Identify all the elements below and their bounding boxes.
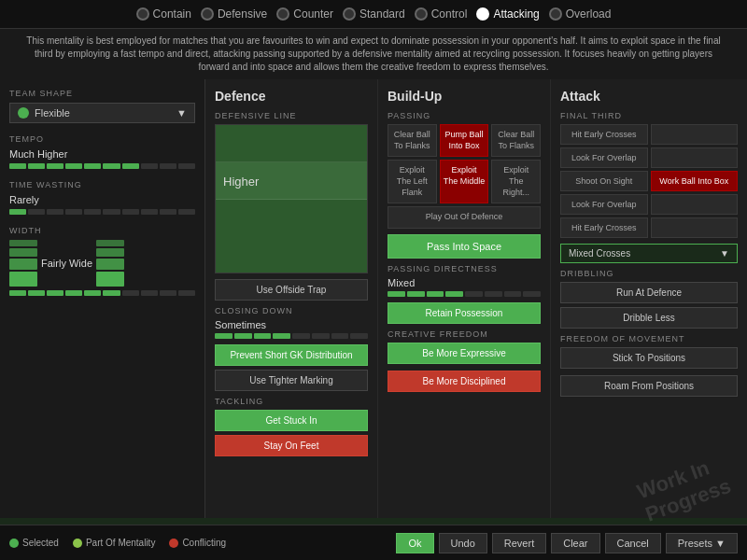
pass-cell-6[interactable]: Play Out Of Defence (388, 206, 541, 229)
dropdown-arrow-icon: ▼ (720, 248, 729, 259)
mentality-option-standard[interactable]: Standard (343, 7, 405, 21)
revert-button[interactable]: Revert (492, 533, 546, 553)
presets-arrow-icon: ▼ (715, 538, 726, 549)
closing-down-value: Sometimes (215, 319, 368, 330)
attack-title: Attack (560, 89, 738, 104)
mixed-crosses-dropdown[interactable]: Mixed Crosses ▼ (560, 244, 738, 263)
buildup-title: Build-Up (388, 89, 541, 104)
attack-cell-work-ball[interactable]: Work Ball Into Box (651, 171, 739, 191)
attack-cell-empty1[interactable] (651, 124, 739, 145)
more-expressive-btn[interactable]: Be More Expressive (388, 343, 541, 364)
retain-possession-btn[interactable]: Retain Possession (388, 302, 541, 324)
tempo-label: TEMPO (9, 134, 195, 144)
freedom-movement-btns: Stick To Positions Roam From Positions (560, 347, 738, 400)
ok-button[interactable]: Ok (396, 533, 433, 553)
mentality-radio-control (415, 7, 428, 21)
left-panel: TEAM SHAPE Flexible ▼ TEMPO Much Higher (0, 79, 205, 518)
attack-panel: Attack FINAL THIRD Hit Early Crosses Loo… (551, 79, 747, 518)
prevent-gk-btn[interactable]: Prevent Short GK Distribution (215, 344, 368, 366)
attack-cell-empty3[interactable] (651, 194, 739, 215)
description-text: This mentality is best employed for matc… (0, 29, 747, 79)
mentality-option-counter[interactable]: Counter (276, 7, 333, 21)
mentality-radio-attacking (476, 7, 489, 21)
creative-freedom-label: CREATIVE FREEDOM (388, 329, 541, 339)
time-wasting-slider: Rarely (9, 194, 195, 215)
chevron-down-icon: ▼ (176, 107, 187, 119)
team-shape-select[interactable]: Flexible ▼ (9, 103, 195, 123)
attack-cell-hit-early[interactable]: Hit Early Crosses (560, 124, 648, 145)
pass-cell-5[interactable]: Exploit The Right... (491, 160, 541, 203)
mentality-radio-standard (343, 7, 356, 21)
attack-grid: Hit Early Crosses Look For Overlap Shoot… (560, 124, 738, 238)
buildup-panel: Build-Up PASSING Clear Ball To Flanks Pu… (378, 79, 551, 518)
dribble-less-btn[interactable]: Dribble Less (560, 307, 738, 329)
width-label: WIDTH (9, 226, 195, 235)
presets-button[interactable]: Presets ▼ (666, 533, 738, 553)
defensive-line-label: DEFENSIVE LINE (215, 111, 368, 120)
conflicting-dot (169, 539, 178, 548)
mentality-option-contain[interactable]: Contain (136, 7, 191, 21)
get-stuck-in-btn[interactable]: Get Stuck In (215, 410, 368, 431)
legend-part-of-mentality: Part Of Mentality (73, 538, 155, 548)
mentality-option-defensive[interactable]: Defensive (201, 7, 267, 21)
defence-panel: Defence DEFENSIVE LINE Higher Use Offsid… (205, 79, 378, 518)
legend-selected: Selected (9, 538, 59, 548)
stick-positions-btn[interactable]: Stick To Positions (560, 347, 738, 369)
directness-value: Mixed (388, 277, 541, 288)
attack-cell-shoot[interactable]: Shoot On Sight (560, 171, 648, 191)
mentality-option-overload[interactable]: Overload (549, 7, 612, 21)
pass-cell-3[interactable]: Exploit The Left Flank (388, 160, 437, 203)
bottom-buttons: Ok Undo Revert Clear Cancel Presets ▼ (396, 533, 738, 553)
passing-grid: Clear Ball To Flanks Pump Ball Into Box … (388, 124, 541, 229)
pass-cell-1[interactable]: Pump Ball Into Box (440, 124, 489, 157)
pass-cell-2[interactable]: Clear Ball To Flanks (491, 124, 541, 157)
mentality-radio-overload (549, 7, 562, 21)
team-shape-label: TEAM SHAPE (9, 89, 195, 98)
final-third-label: FINAL THIRD (560, 111, 738, 120)
attack-cell-overlap1[interactable]: Look For Overlap (560, 147, 648, 168)
mentality-radio-contain (136, 7, 149, 21)
pass-cell-4[interactable]: Exploit The Middle (440, 160, 489, 203)
tackling-label: TACKLING (215, 397, 368, 406)
mentality-option-attacking[interactable]: Attacking (476, 7, 539, 21)
undo-button[interactable]: Undo (439, 533, 487, 553)
mentality-radio-counter (276, 7, 289, 21)
defence-title: Defence (215, 89, 368, 104)
part-of-mentality-dot (73, 539, 82, 548)
selected-dot (9, 539, 19, 548)
attack-cell-overlap2[interactable]: Look For Overlap (560, 194, 648, 215)
mentality-option-control[interactable]: Control (415, 7, 468, 21)
mentality-bar: ContainDefensiveCounterStandardControlAt… (0, 0, 747, 29)
width-slider: Fairly Wide (9, 240, 195, 296)
tighter-marking-btn[interactable]: Use Tighter Marking (215, 370, 368, 391)
attack-cell-empty2[interactable] (651, 147, 739, 168)
main-content: TEAM SHAPE Flexible ▼ TEMPO Much Higher (0, 79, 747, 518)
stay-on-feet-btn[interactable]: Stay On Feet (215, 435, 368, 456)
run-at-defence-btn[interactable]: Run At Defence (560, 282, 738, 303)
roam-positions-btn[interactable]: Roam From Positions (560, 375, 738, 397)
more-disciplined-btn[interactable]: Be More Disciplined (388, 371, 541, 392)
mentality-radio-defensive (201, 7, 214, 21)
freedom-label: FREEDOM OF MOVEMENT (560, 334, 738, 343)
bottom-bar: Selected Part Of Mentality Conflicting O… (0, 525, 747, 560)
defensive-line-visual: Higher (215, 124, 368, 273)
time-wasting-label: TIME WASTING (9, 180, 195, 189)
offside-trap-btn[interactable]: Use Offside Trap (215, 279, 368, 301)
passing-label: PASSING (388, 111, 541, 120)
tempo-slider: Much Higher (9, 148, 195, 169)
clear-button[interactable]: Clear (551, 533, 599, 553)
attack-cell-hit-early2[interactable]: Hit Early Crosses (560, 217, 648, 238)
legend-conflicting: Conflicting (169, 538, 226, 548)
cancel-button[interactable]: Cancel (605, 533, 661, 553)
directness-label: PASSING DIRECTNESS (388, 264, 541, 273)
creative-freedom-btns: Be More Expressive Be More Disciplined (388, 343, 541, 396)
pass-space-btn[interactable]: Pass Into Space (388, 234, 541, 259)
pass-cell-0[interactable]: Clear Ball To Flanks (388, 124, 437, 157)
closing-down-label: CLOSING DOWN (215, 306, 368, 315)
attack-cell-empty4[interactable] (651, 217, 739, 238)
dribbling-label: DRIBBLING (560, 269, 738, 278)
defensive-line-value: Higher (223, 174, 259, 188)
